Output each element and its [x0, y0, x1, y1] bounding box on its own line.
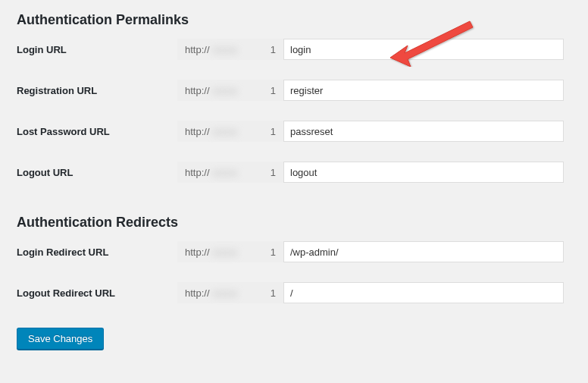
input-registration-url[interactable]: [283, 80, 564, 101]
row-login-url: Login URL http:// xxxxx 1: [17, 39, 571, 60]
url-group: http:// xxxxx 1: [177, 282, 564, 303]
url-group: http:// xxxxx 1: [177, 39, 564, 60]
url-prefix: http:// xxxxx 1: [177, 121, 283, 142]
url-group: http:// xxxxx 1: [177, 121, 564, 142]
url-prefix: http:// xxxxx 1: [177, 39, 283, 60]
row-registration-url: Registration URL http:// xxxxx 1: [17, 80, 571, 101]
input-login-url[interactable]: [283, 39, 564, 60]
section-heading-permalinks: Authentication Permalinks: [17, 0, 571, 39]
redirects-table: Login Redirect URL http:// xxxxx 1 Logou…: [17, 241, 571, 303]
permalinks-table: Login URL http:// xxxxx 1 Registration U…: [17, 39, 571, 183]
input-logout-redirect-url[interactable]: [283, 282, 564, 303]
url-group: http:// xxxxx 1: [177, 241, 564, 262]
section-heading-redirects: Authentication Redirects: [17, 202, 571, 241]
row-logout-redirect-url: Logout Redirect URL http:// xxxxx 1: [17, 282, 571, 303]
label-login-redirect-url: Login Redirect URL: [17, 246, 177, 258]
label-lost-password-url: Lost Password URL: [17, 126, 177, 137]
url-prefix: http:// xxxxx 1: [177, 282, 283, 303]
url-prefix: http:// xxxxx 1: [177, 241, 283, 262]
label-logout-url: Logout URL: [17, 167, 177, 178]
url-prefix: http:// xxxxx 1: [177, 162, 283, 183]
input-login-redirect-url[interactable]: [283, 241, 564, 262]
label-login-url: Login URL: [17, 44, 177, 55]
row-logout-url: Logout URL http:// xxxxx 1: [17, 162, 571, 183]
input-lost-password-url[interactable]: [283, 121, 564, 142]
url-group: http:// xxxxx 1: [177, 162, 564, 183]
row-login-redirect-url: Login Redirect URL http:// xxxxx 1: [17, 241, 571, 262]
input-logout-url[interactable]: [283, 162, 564, 183]
row-lost-password-url: Lost Password URL http:// xxxxx 1: [17, 121, 571, 142]
save-changes-button[interactable]: Save Changes: [17, 328, 104, 350]
label-logout-redirect-url: Logout Redirect URL: [17, 287, 177, 299]
url-prefix: http:// xxxxx 1: [177, 80, 283, 101]
url-group: http:// xxxxx 1: [177, 80, 564, 101]
label-registration-url: Registration URL: [17, 85, 177, 96]
